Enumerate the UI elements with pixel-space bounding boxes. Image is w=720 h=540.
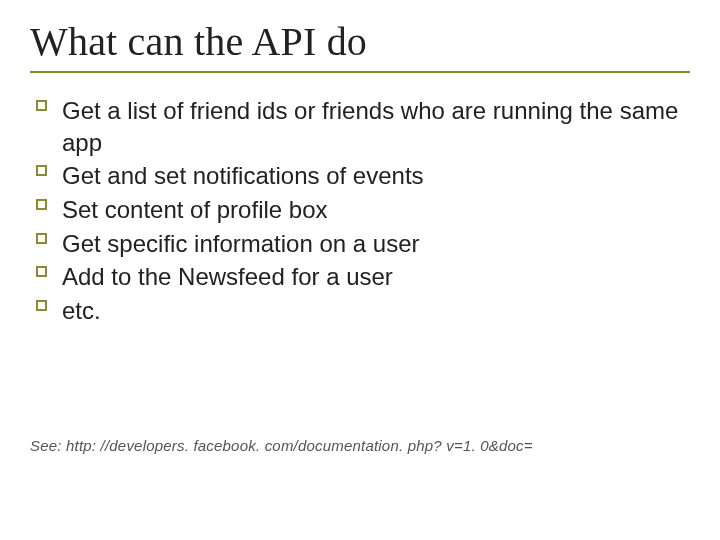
square-bullet-icon — [36, 199, 47, 210]
slide: What can the API do Get a list of friend… — [0, 0, 720, 540]
square-bullet-icon — [36, 165, 47, 176]
bullet-text: Add to the Newsfeed for a user — [62, 263, 393, 290]
bullet-item: Get and set notifications of events — [36, 160, 690, 192]
bullet-text: Get specific information on a user — [62, 230, 420, 257]
bullet-item: Set content of profile box — [36, 194, 690, 226]
bullet-item: Add to the Newsfeed for a user — [36, 261, 690, 293]
bullet-text: etc. — [62, 297, 101, 324]
bullet-item: Get a list of friend ids or friends who … — [36, 95, 690, 158]
bullet-text: Set content of profile box — [62, 196, 328, 223]
square-bullet-icon — [36, 300, 47, 311]
footnote-reference: See: http: //developers. facebook. com/d… — [30, 437, 533, 454]
slide-title: What can the API do — [30, 18, 690, 65]
bullet-item: Get specific information on a user — [36, 228, 690, 260]
square-bullet-icon — [36, 266, 47, 277]
bullet-text: Get a list of friend ids or friends who … — [62, 97, 678, 156]
bullet-text: Get and set notifications of events — [62, 162, 424, 189]
bullet-item: etc. — [36, 295, 690, 327]
title-underline — [30, 71, 690, 73]
square-bullet-icon — [36, 100, 47, 111]
bullet-list: Get a list of friend ids or friends who … — [36, 95, 690, 327]
square-bullet-icon — [36, 233, 47, 244]
